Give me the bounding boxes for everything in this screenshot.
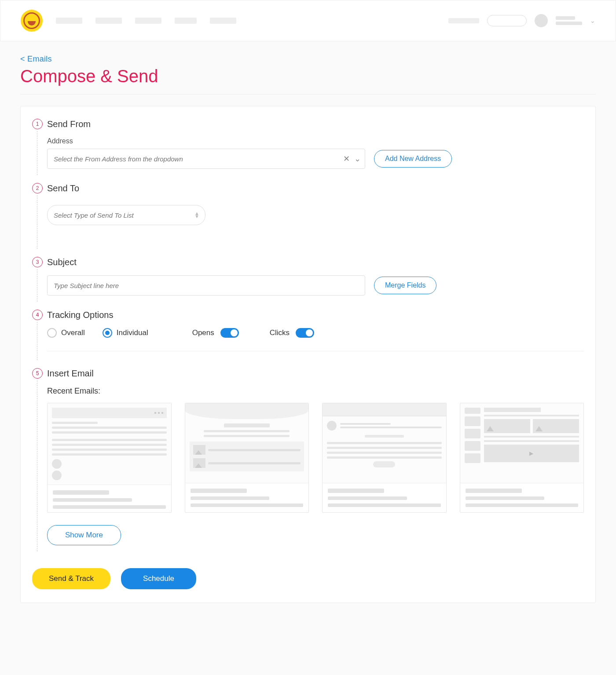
step-number: 5 — [32, 368, 43, 379]
send-to-list-dropdown[interactable] — [47, 205, 205, 225]
step-tracking: 4 Tracking Options Overall Individual Op… — [32, 303, 584, 362]
radio-individual[interactable] — [103, 328, 112, 338]
step-send-from: 1 Send From Address ✕ ⌄ Add New Address — [32, 113, 584, 177]
radio-overall[interactable] — [47, 328, 57, 338]
step-send-to: 2 Send To ▲▼ — [32, 177, 584, 251]
nav-item-placeholder[interactable] — [56, 18, 82, 24]
clicks-toggle[interactable] — [296, 328, 314, 338]
recent-emails-label: Recent Emails: — [47, 387, 584, 396]
email-template[interactable] — [47, 403, 172, 513]
radio-individual-label: Individual — [117, 328, 148, 337]
radio-overall-label: Overall — [61, 328, 85, 337]
send-and-track-button[interactable]: Send & Track — [32, 568, 110, 589]
app-header: ⌄ — [0, 0, 616, 41]
step-number: 1 — [32, 119, 43, 129]
header-pill-placeholder[interactable] — [487, 15, 527, 26]
step-title: Insert Email — [47, 369, 584, 379]
show-more-button[interactable]: Show More — [47, 525, 121, 545]
avatar[interactable] — [535, 14, 548, 27]
user-menu-placeholder[interactable] — [556, 16, 582, 25]
merge-fields-button[interactable]: Merge Fields — [374, 277, 436, 294]
step-number: 4 — [32, 310, 43, 320]
stepper-icon[interactable]: ▲▼ — [194, 212, 199, 218]
step-title: Send To — [47, 183, 584, 193]
nav-item-placeholder[interactable] — [175, 18, 197, 24]
nav-item-placeholder[interactable] — [135, 18, 161, 24]
page-title: Compose & Send — [20, 66, 596, 86]
subject-input[interactable] — [47, 275, 365, 296]
step-subject: 3 Subject Merge Fields — [32, 251, 584, 303]
opens-toggle-label: Opens — [192, 328, 214, 337]
chevron-down-icon[interactable]: ⌄ — [354, 154, 361, 164]
email-template[interactable] — [185, 403, 309, 513]
opens-toggle[interactable] — [220, 328, 239, 338]
step-title: Subject — [47, 257, 584, 267]
nav-item-placeholder[interactable] — [95, 18, 122, 24]
schedule-button[interactable]: Schedule — [121, 568, 196, 589]
add-new-address-button[interactable]: Add New Address — [374, 150, 452, 168]
from-address-dropdown[interactable] — [47, 149, 365, 169]
chevron-down-icon[interactable]: ⌄ — [590, 17, 595, 24]
step-number: 2 — [32, 183, 43, 193]
clear-icon[interactable]: ✕ — [343, 154, 350, 164]
breadcrumb-back[interactable]: < Emails — [20, 55, 52, 64]
step-number: 3 — [32, 257, 43, 267]
logo[interactable] — [21, 10, 43, 32]
step-title: Send From — [47, 119, 584, 129]
header-text-placeholder — [448, 18, 479, 23]
email-template[interactable] — [322, 403, 447, 513]
email-template[interactable]: ▶ — [460, 403, 584, 513]
divider — [20, 94, 596, 95]
compose-card: 1 Send From Address ✕ ⌄ Add New Address — [20, 106, 596, 603]
clicks-toggle-label: Clicks — [270, 328, 290, 337]
address-label: Address — [47, 137, 584, 145]
step-title: Tracking Options — [47, 310, 584, 320]
divider — [47, 351, 584, 351]
nav-item-placeholder[interactable] — [210, 18, 236, 24]
step-insert-email: 5 Insert Email Recent Emails: — [32, 362, 584, 553]
